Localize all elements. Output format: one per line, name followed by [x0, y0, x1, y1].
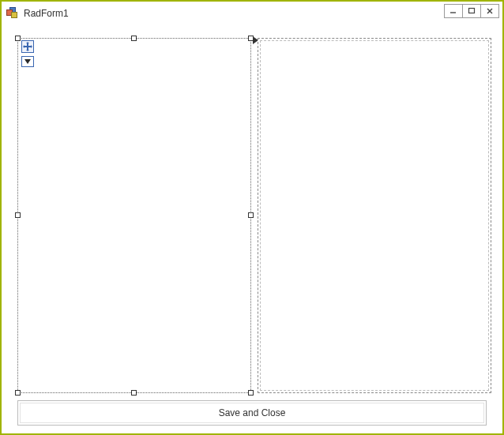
svg-rect-1 [469, 9, 475, 13]
move-icon[interactable] [21, 40, 34, 53]
resize-handle-sw[interactable] [15, 390, 21, 396]
smart-tag-icon[interactable] [21, 56, 34, 67]
window-frame: RadForm1 [0, 0, 504, 435]
window-controls [445, 4, 499, 18]
close-button[interactable] [480, 4, 499, 18]
minimize-button[interactable] [444, 4, 463, 18]
resize-handle-nw[interactable] [15, 36, 21, 41]
left-panel[interactable] [17, 38, 251, 393]
titlebar: RadForm1 [3, 3, 501, 24]
maximize-button[interactable] [462, 4, 481, 18]
window-title: RadForm1 [24, 8, 69, 19]
resize-handle-e[interactable] [248, 212, 254, 218]
resize-handle-s[interactable] [131, 390, 137, 396]
resize-handle-w[interactable] [15, 212, 21, 218]
save-and-close-button[interactable]: Save and Close [17, 400, 487, 426]
client-area: Save and Close [3, 24, 501, 432]
resize-handle-se[interactable] [248, 390, 254, 396]
resize-handle-n[interactable] [131, 36, 137, 41]
save-and-close-label: Save and Close [219, 407, 286, 418]
right-panel[interactable] [258, 38, 491, 393]
svg-marker-4 [24, 59, 31, 64]
app-icon [6, 7, 19, 20]
